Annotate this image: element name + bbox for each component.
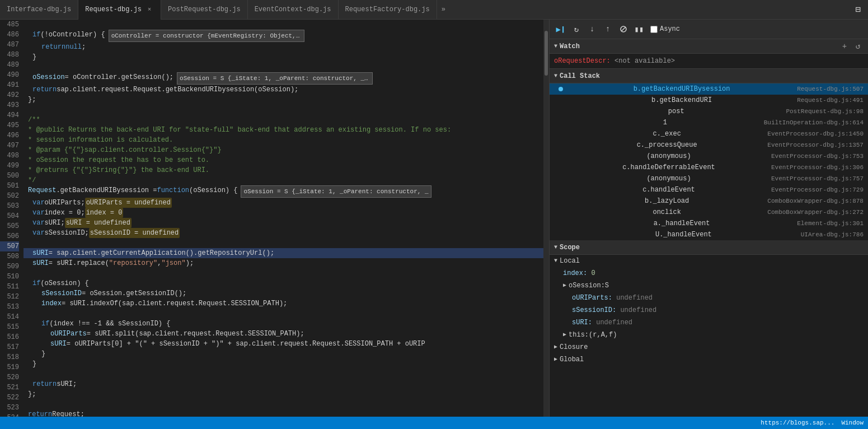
- watch-section-header[interactable]: ▼ Watch + ↺: [550, 39, 868, 54]
- stack-file-loc: EventProcessor-dbg.js:306: [771, 164, 864, 171]
- stack-item-9[interactable]: c.handleEvent EventProcessor-dbg.js:729: [550, 184, 868, 195]
- stack-file-loc: UIArea-dbg.js:786: [801, 231, 864, 238]
- scope-global-header[interactable]: ▶ Global: [550, 353, 868, 366]
- tab-overflow-button[interactable]: »: [437, 6, 450, 13]
- stack-file-loc: Element-dbg.js:301: [797, 220, 864, 227]
- code-content[interactable]: 485 486 487 488 489 490 491 492 493 494 …: [0, 20, 549, 417]
- scope-local-label: Local: [560, 256, 580, 266]
- async-checkbox-input[interactable]: [650, 26, 658, 33]
- watch-value: <not available>: [614, 57, 675, 65]
- code-line-519: [24, 369, 543, 379]
- stack-item-0[interactable]: b.getBackendURIBysession Request-dbg.js:…: [550, 83, 868, 95]
- code-line-507: sURI = sap.client.getCurrentApplication(…: [24, 248, 543, 258]
- code-line-523: return Request;: [24, 409, 543, 417]
- stack-item-6[interactable]: (anonymous) EventProcessor-dbg.js:753: [550, 151, 868, 162]
- step-into-button[interactable]: ↓: [585, 22, 599, 36]
- scope-this-arrow: ▶: [563, 330, 566, 340]
- stack-item-10[interactable]: b._lazyLoad ComboBoxWrapper-dbg.js:878: [550, 195, 868, 207]
- scope-header[interactable]: ▼ Scope: [550, 240, 868, 255]
- call-stack-header[interactable]: ▼ Call Stack: [550, 69, 868, 83]
- stack-func-name: c._exec: [653, 130, 681, 138]
- tab-actions: ⊟: [848, 3, 868, 16]
- scope-global-label: Global: [560, 355, 584, 365]
- code-scrollbar[interactable]: [543, 20, 549, 417]
- code-line-512: index = sURI.indexOf(sap.client.request.…: [24, 299, 543, 309]
- stack-func-name: post: [668, 108, 684, 115]
- step-out-button[interactable]: ↑: [601, 22, 614, 36]
- close-tab-icon[interactable]: ×: [145, 5, 154, 14]
- stack-item-11[interactable]: onclick ComboBoxWrapper-dbg.js:272: [550, 207, 868, 218]
- async-checkbox[interactable]: Async: [650, 25, 680, 33]
- refresh-watch-button[interactable]: ↺: [852, 41, 864, 52]
- tab-label: RequestFactory-dbg.js: [345, 6, 430, 13]
- scope-arrow-icon: ▼: [554, 244, 557, 250]
- scope-local-header[interactable]: ▼ Local: [550, 255, 868, 267]
- code-line-491: return sap.client.request.Request.getBac…: [24, 85, 543, 95]
- call-stack-section: ▼ Call Stack b.getBackendURIBysession Re…: [550, 69, 868, 240]
- resume-button[interactable]: ▶❙: [554, 22, 567, 36]
- scope-closure-label: Closure: [560, 342, 588, 352]
- stack-func-name: c._processQueue: [637, 141, 697, 149]
- code-line-499: * @returns {"{"}String{"}"} the back-end…: [24, 165, 543, 175]
- scope-osession-arrow: ▶: [563, 281, 566, 291]
- scope-content: ▼ Local index: 0 ▶ oSession: S oURIParts…: [550, 255, 868, 417]
- stack-file-loc: EventProcessor-dbg.js:753: [771, 153, 864, 160]
- stack-item-3[interactable]: 1 BuiltInOperation-dbg.js:614: [550, 117, 868, 128]
- stack-func-name: b.getBackendURIBysession: [634, 85, 730, 93]
- scope-closure-arrow: ▶: [554, 342, 557, 352]
- variable-tooltip-490: oSession = S {_iState: 1, _oParent: cons…: [177, 72, 373, 85]
- call-stack-content: b.getBackendURIBysession Request-dbg.js:…: [550, 83, 868, 240]
- deactivate-breakpoints-button[interactable]: [617, 22, 630, 36]
- stack-func-name: 1: [663, 119, 667, 127]
- split-editor-button[interactable]: ⊟: [851, 3, 865, 16]
- watch-item-0[interactable]: oRequestDescr: <not available>: [554, 56, 864, 66]
- code-line-517: }: [24, 349, 543, 359]
- stack-func-name: onclick: [653, 208, 681, 216]
- pause-on-exceptions-button[interactable]: ▮▮: [632, 22, 646, 36]
- stack-item-13[interactable]: U._handleEvent UIArea-dbg.js:786: [550, 229, 868, 240]
- stack-item-8[interactable]: (anonymous) EventProcessor-dbg.js:757: [550, 173, 868, 184]
- stack-file-loc: EventProcessor-dbg.js:729: [771, 186, 864, 193]
- stack-file-loc: EventProcessor-dbg.js:1357: [767, 142, 864, 148]
- step-over-button[interactable]: ↻: [570, 22, 583, 36]
- stack-func-name: b.getBackendURI: [651, 96, 712, 104]
- stack-item-2[interactable]: post PostRequest-dbg.js:98: [550, 106, 868, 117]
- stack-func-name: c.handleDeferrableEvent: [622, 164, 715, 171]
- stack-func-name: U._handleEvent: [655, 231, 712, 239]
- scrollbar-thumb[interactable]: [545, 31, 548, 76]
- tab-requestfactory-dbg[interactable]: RequestFactory-dbg.js: [339, 0, 437, 20]
- code-line-510: if (oSession) {: [24, 278, 543, 288]
- stack-item-7[interactable]: c.handleDeferrableEvent EventProcessor-d…: [550, 162, 868, 173]
- tab-request-dbg[interactable]: Request-dbg.js ×: [78, 0, 161, 20]
- active-frame-dot: [559, 87, 563, 91]
- stack-item-4[interactable]: c._exec EventProcessor-dbg.js:1450: [550, 128, 868, 139]
- scope-osession-header[interactable]: ▶ oSession: S: [550, 279, 868, 292]
- code-editor[interactable]: if (!oController) { oController = constr…: [24, 20, 543, 417]
- stack-item-5[interactable]: c._processQueue EventProcessor-dbg.js:13…: [550, 139, 868, 151]
- svg-line-1: [621, 27, 626, 31]
- add-watch-button[interactable]: +: [839, 41, 850, 52]
- watch-title: Watch: [560, 43, 839, 50]
- call-stack-arrow-icon: ▼: [554, 73, 557, 79]
- tab-eventcontext-dbg[interactable]: EventContext-dbg.js: [248, 0, 339, 20]
- stack-file-loc: Request-dbg.js:507: [797, 86, 864, 92]
- variable-tooltip-501: oSession = S {_iState: 1, _oParent: cons…: [241, 185, 431, 198]
- tab-label: Request-dbg.js: [85, 6, 142, 13]
- main-area: 485 486 487 488 489 490 491 492 493 494 …: [0, 20, 868, 417]
- scope-title: Scope: [560, 244, 864, 251]
- scope-this-header[interactable]: ▶ this: (r,A,f): [550, 329, 868, 341]
- stack-item-1[interactable]: b.getBackendURI Request-dbg.js:491: [550, 95, 868, 106]
- call-stack-title: Call Stack: [560, 72, 864, 80]
- code-line-521: };: [24, 389, 543, 399]
- code-line-489: [24, 62, 543, 72]
- tab-list: Interface-dbg.js Request-dbg.js × PostRe…: [0, 0, 848, 20]
- right-panel: ▶❙ ↻ ↓ ↑ ▮▮ Async ▼ Watch + ↺ oRequestD: [549, 20, 868, 417]
- code-line-497: * @param {"{"}sap.client.controller.Sess…: [24, 145, 543, 155]
- stack-func-name: (anonymous): [646, 152, 691, 160]
- tab-postrequest-dbg[interactable]: PostRequest-dbg.js: [161, 0, 248, 20]
- code-line-490: oSession = oController.getSession(); oSe…: [24, 72, 543, 85]
- code-line-514: if (index !== -1 && sSessionID) {: [24, 319, 543, 329]
- tab-interface-dbg[interactable]: Interface-dbg.js: [0, 0, 78, 20]
- stack-item-12[interactable]: a._handleEvent Element-dbg.js:301: [550, 218, 868, 229]
- scope-closure-header[interactable]: ▶ Closure: [550, 341, 868, 353]
